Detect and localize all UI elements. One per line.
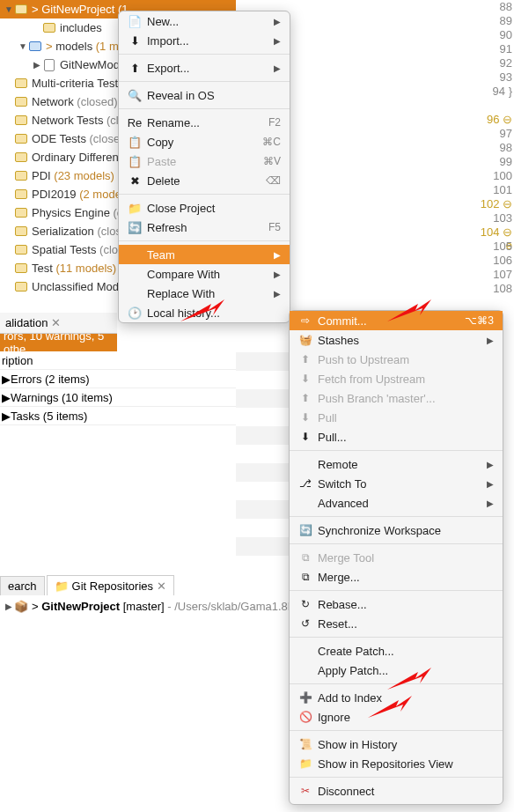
ignore-icon: 🚫: [297, 710, 314, 724]
submenu-pull-dialog[interactable]: ⬇Pull...: [290, 427, 503, 447]
menu-new[interactable]: 📄New...▶: [119, 11, 290, 31]
submenu-create-patch[interactable]: Create Patch...: [290, 641, 503, 661]
tab-search[interactable]: earch: [0, 576, 45, 595]
list-header: ription: [0, 351, 236, 370]
reset-icon: ↺: [297, 616, 314, 631]
menu-copy[interactable]: 📋Copy⌘C: [119, 132, 290, 151]
menu-team[interactable]: Team▶: [119, 245, 290, 264]
reveal-icon: 🔍: [126, 88, 143, 102]
repo-view-icon: 📁: [297, 757, 314, 771]
menu-local-history[interactable]: 🕑Local history...: [119, 303, 290, 322]
submenu-ignore[interactable]: 🚫Ignore: [290, 707, 503, 727]
close-project-icon: 📁: [126, 201, 143, 215]
fetch-icon: ⬇: [297, 372, 314, 386]
menu-replace-with[interactable]: Replace With▶: [119, 284, 290, 303]
paste-icon: 📋: [126, 154, 143, 168]
submenu-fetch-upstream: ⬇Fetch from Upstream: [290, 369, 503, 388]
list-item[interactable]: ▶ Warnings (10 items): [0, 388, 236, 407]
submenu-stashes[interactable]: 🧺Stashes▶: [290, 330, 503, 350]
disconnect-icon: ✂: [297, 784, 314, 798]
submenu-merge[interactable]: ⧉Merge...: [290, 567, 503, 587]
rename-icon: Re: [126, 115, 143, 129]
submenu-remote[interactable]: Remote▶: [290, 454, 503, 474]
submenu-disconnect[interactable]: ✂Disconnect: [290, 781, 503, 801]
menu-refresh[interactable]: 🔄RefreshF5: [119, 218, 290, 237]
submenu-pull: ⬇Pull: [290, 408, 503, 427]
menu-import[interactable]: ⬇Import...▶: [119, 31, 290, 50]
context-menu: 📄New...▶ ⬇Import...▶ ⬆Export...▶ 🔍Reveal…: [118, 11, 290, 323]
problems-list: ription ▶ Errors (2 items) ▶ Warnings (1…: [0, 351, 236, 425]
editor-stripes: [236, 334, 290, 556]
submenu-apply-patch[interactable]: Apply Patch...: [290, 661, 503, 680]
submenu-push-upstream: ⬆Push to Upstream: [290, 350, 503, 369]
menu-close-project[interactable]: 📁Close Project: [119, 198, 290, 218]
folder-icon: [14, 3, 28, 17]
menu-paste: 📋Paste⌘V: [119, 151, 290, 171]
menu-delete[interactable]: ✖Delete⌫: [119, 171, 290, 190]
history-icon: 📜: [297, 737, 314, 751]
submenu-rebase[interactable]: ↻Rebase...: [290, 594, 503, 614]
export-icon: ⬆: [126, 61, 143, 75]
submenu-show-history[interactable]: 📜Show in History: [290, 734, 503, 754]
menu-export[interactable]: ⬆Export...▶: [119, 58, 290, 78]
switch-icon: ⎇: [297, 476, 314, 491]
submenu-reset[interactable]: ↺Reset...: [290, 614, 503, 633]
pull-icon: ⬇: [297, 410, 314, 424]
menu-rename[interactable]: ReRename...F2: [119, 113, 290, 132]
pull-icon: ⬇: [297, 430, 314, 444]
menu-reveal[interactable]: 🔍Reveal in OS: [119, 85, 290, 105]
submenu-advanced[interactable]: Advanced▶: [290, 493, 503, 513]
refresh-icon: 🔄: [126, 220, 143, 234]
submenu-switch-to[interactable]: ⎇Switch To▶: [290, 474, 503, 493]
merge-icon: ⧉: [297, 570, 314, 584]
submenu-commit[interactable]: ⇨Commit...⌥⌘3: [290, 311, 503, 330]
validation-tab[interactable]: alidation ✕: [0, 313, 117, 334]
twisty[interactable]: ▼: [4, 4, 14, 14]
list-item[interactable]: ▶ Errors (2 items): [0, 370, 236, 388]
tab-git-repositories[interactable]: 📁 Git Repositories ✕: [47, 575, 174, 595]
sync-icon: 🔄: [297, 523, 314, 537]
rebase-icon: ↻: [297, 597, 314, 611]
submenu-show-repo-view[interactable]: 📁Show in Repositories View: [290, 754, 503, 773]
stash-icon: 🧺: [297, 333, 314, 347]
errors-summary-bar: rors, 10 warnings, 5 othe: [0, 334, 117, 351]
push-icon: ⬆: [297, 352, 314, 366]
add-icon: ➕: [297, 690, 314, 705]
line-gutter: 88899091929394 }96 ⊖979899100101102 ⊖103…: [479, 0, 514, 141]
submenu-add-to-index[interactable]: ➕Add to Index: [290, 688, 503, 707]
history-icon: 🕑: [126, 306, 143, 320]
merge-tool-icon: ⧉: [297, 550, 314, 565]
submenu-merge-tool: ⧉Merge Tool: [290, 548, 503, 567]
git-icon: 📁: [55, 579, 69, 593]
tab-label: alidation: [5, 316, 48, 329]
push-branch-icon: ⬆: [297, 391, 314, 405]
commit-icon: ⇨: [297, 314, 314, 328]
delete-icon: ✖: [126, 173, 143, 188]
repo-icon: 📦: [14, 599, 28, 613]
tree-label: > GitNewProject (1: [32, 3, 128, 16]
list-item[interactable]: ▶ Tasks (5 items): [0, 407, 236, 425]
submenu-synchronize[interactable]: 🔄Synchronize Workspace: [290, 520, 503, 540]
bottom-tabs: earch 📁 Git Repositories ✕: [0, 574, 176, 595]
team-submenu: ⇨Commit...⌥⌘3 🧺Stashes▶ ⬆Push to Upstrea…: [289, 310, 503, 805]
submenu-push-branch: ⬆Push Branch 'master'...: [290, 388, 503, 408]
close-icon[interactable]: ✕: [51, 316, 61, 329]
menu-compare-with[interactable]: Compare With▶: [119, 264, 290, 284]
copy-icon: 📋: [126, 135, 143, 149]
import-icon: ⬇: [126, 33, 143, 48]
new-icon: 📄: [126, 14, 143, 28]
close-icon[interactable]: ✕: [157, 579, 166, 593]
